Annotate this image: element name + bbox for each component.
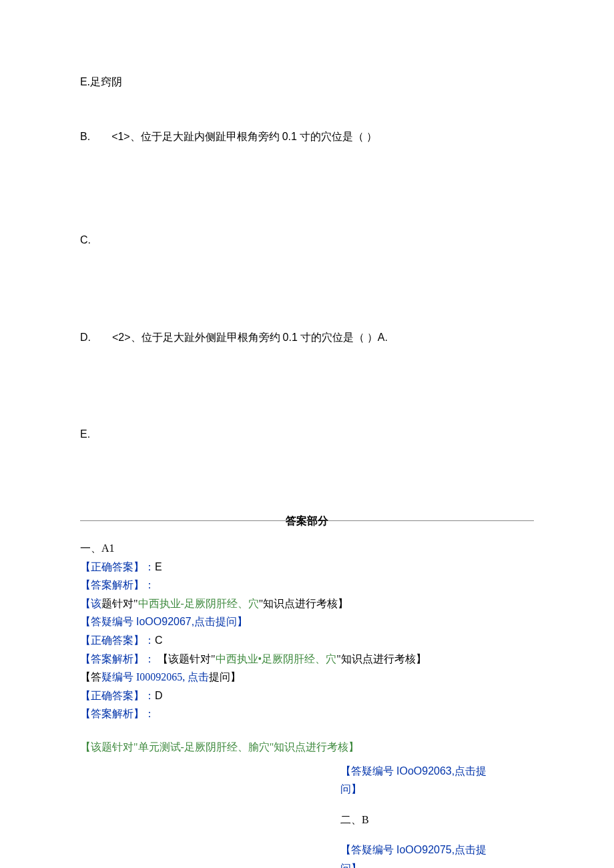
option-b-label: B. <box>80 131 90 142</box>
a1-correct-label: 【正确答案】： <box>80 561 155 572</box>
right-q2-line2: 问】 <box>340 860 534 868</box>
a1-correct: 【正确答案】：E <box>80 558 534 576</box>
a1-question-link[interactable]: 【答疑编号 IoOO92067,点击提问】 <box>80 613 534 630</box>
option-b-subquestion: <1>、位于足大趾内侧趾甲根角旁约 0.1 寸的穴位是（ ） <box>111 131 377 142</box>
option-d-subquestion: <2>、位于足大趾外侧趾甲根角旁约 0.1 寸的穴位是（ ）A. <box>112 332 388 343</box>
right-q1-open: 【答疑编号 <box>340 765 396 777</box>
a1-qlink-action: 点击提问 <box>194 616 237 627</box>
answer-block: 一、A1 【正确答案】：E 【答案解析】： 【该题针对"中西执业-足厥阴肝经、穴… <box>80 540 534 868</box>
right-q1-id: IOoO92063, <box>396 765 454 777</box>
right-q2[interactable]: 【答疑编号 IoOO92075,点击提 <box>340 841 534 859</box>
right-q2-id: IoOO92075, <box>396 844 454 855</box>
a3-correct-label: 【正确答案】： <box>80 690 155 701</box>
a1-qlink-id: IoOO92067, <box>136 616 194 627</box>
right-q2-action: 点击提 <box>454 844 487 855</box>
right-q1-action: 点击提 <box>454 765 487 777</box>
option-e-letter: E <box>80 76 87 87</box>
section-b-heading: 二、B <box>340 811 534 829</box>
option-e: E.足窍阴 <box>80 73 534 91</box>
a1-qlink-close: 】 <box>237 616 248 627</box>
right-q1-line2: 问】 <box>340 781 534 798</box>
answer-divider: 答案部分 <box>80 510 534 521</box>
option-e2: E. <box>80 426 534 443</box>
option-c: C. <box>80 232 534 249</box>
option-b: B. <1>、位于足大趾内侧趾甲根角旁约 0.1 寸的穴位是（ ） <box>80 128 534 145</box>
a2-note-end: "知识点进行考核】 <box>336 653 426 665</box>
option-d-label: D. <box>80 332 91 343</box>
a1-note-end: "知识点进行考核】 <box>259 598 349 609</box>
a2-note-open: 【该题针对" <box>158 653 216 665</box>
a2-correct-label: 【正确答案】： <box>80 634 155 646</box>
section-a1-heading: 一、A1 <box>80 540 534 557</box>
right-block: 【答疑编号 IOoO92063,点击提 问】 二、B 【答疑编号 IoOO920… <box>340 763 534 869</box>
a1-exp-label: 【答案解析】： <box>80 576 534 594</box>
a3-correct-value: D <box>155 690 163 701</box>
a2-correct: 【正确答案】：C <box>80 632 534 649</box>
a2-question-link[interactable]: 【答疑编号 I00092065, 点击提问】 <box>80 669 534 686</box>
a2-correct-value: C <box>155 634 163 646</box>
answer-section-title: 答案部分 <box>286 515 328 526</box>
option-d: D. <2>、位于足大趾外侧趾甲根角旁约 0.1 寸的穴位是（ ）A. <box>80 329 534 346</box>
right-q2-open: 【答疑编号 <box>340 844 396 855</box>
a2-note-line: 【答案解析】： 【该题针对"中西执业•足厥阴肝经、穴"知识点进行考核】 <box>80 650 534 668</box>
a2-note-green: 中西执业•足厥阴肝经、穴 <box>216 653 337 665</box>
right-q1[interactable]: 【答疑编号 IOoO92063,点击提 <box>340 763 534 780</box>
a2-qlink-post: 提问】 <box>209 671 241 683</box>
a1-note-green: 中西执业-足厥阴肝经、穴 <box>138 598 259 609</box>
a1-correct-value: E <box>155 561 162 572</box>
a2-qlink-pre: 【答 <box>80 671 101 683</box>
option-e-text: .足窍阴 <box>87 76 122 87</box>
a1-note-open: 【该 <box>80 598 101 609</box>
a2-qlink-mid: 疑编号 I00092065, 点击 <box>101 671 209 683</box>
a1-note-mid: 题针对" <box>101 598 138 609</box>
a3-note: 【该题针对"单元测试-足厥阴肝经、腧穴"知识点进行考核】 <box>80 739 534 756</box>
a2-exp-label: 【答案解析】： <box>80 653 155 665</box>
a1-qlink-open: 【答疑编号 <box>80 616 136 627</box>
a1-note: 【该题针对"中西执业-足厥阴肝经、穴"知识点进行考核】 <box>80 595 534 612</box>
a3-exp-label: 【答案解析】： <box>80 705 534 723</box>
a3-correct: 【正确答案】：D <box>80 687 534 705</box>
